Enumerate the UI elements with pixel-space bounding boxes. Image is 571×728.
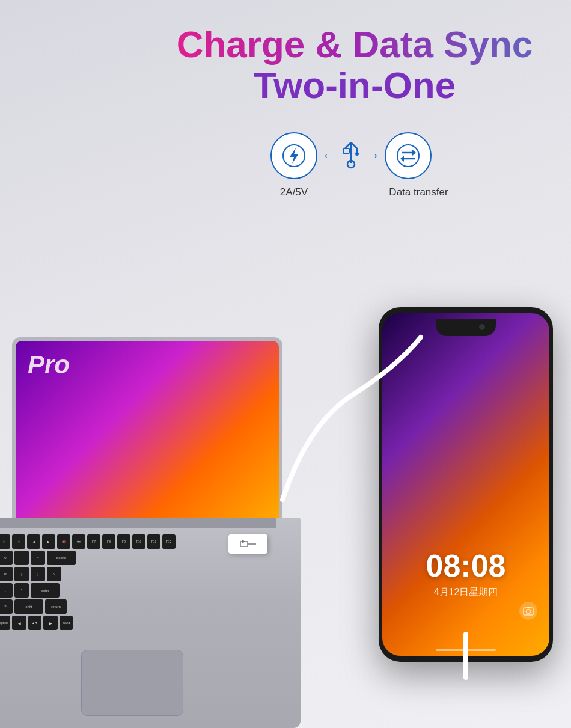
- key-rbracket: ]: [31, 567, 45, 581]
- title-area: Charge & Data Sync Two-in-One: [150, 24, 559, 106]
- svg-marker-13: [400, 156, 404, 162]
- key-semicolon: ;: [0, 583, 13, 598]
- usb-middle: [340, 140, 362, 171]
- key-f4: ▶: [42, 534, 55, 549]
- key-f10: F10: [132, 534, 145, 549]
- svg-line-3: [345, 142, 351, 148]
- svg-line-4: [351, 142, 357, 148]
- key-quote: ": [14, 583, 29, 598]
- key-mand: mand: [60, 616, 73, 630]
- svg-rect-6: [343, 148, 349, 153]
- key-f2: ☀: [12, 534, 25, 549]
- key-f8: F8: [102, 534, 115, 549]
- key-backslash: \: [47, 567, 61, 581]
- usb-symbol-icon: [340, 140, 362, 171]
- key-shift-r: shift: [14, 599, 43, 614]
- phone-body: 08:08 4月12日星期四: [379, 307, 553, 662]
- laptop-screen-back: Pro: [12, 337, 282, 524]
- key-arr-l: ◀: [12, 616, 26, 630]
- key-0: 0: [0, 551, 13, 565]
- laptop-brand: Pro: [28, 350, 70, 379]
- camera-icon: [523, 605, 534, 616]
- keyboard-row-home: L ; " enter: [0, 583, 282, 598]
- key-arr-r: ▶: [43, 616, 58, 630]
- phone-camera-dot: [479, 324, 485, 330]
- data-transfer-icon: [397, 144, 420, 167]
- key-delete: delete: [47, 551, 76, 565]
- key-f9: F9: [117, 534, 130, 549]
- phone-time: 08:08: [382, 548, 549, 584]
- svg-marker-11: [412, 150, 416, 156]
- adapter-body: [228, 534, 267, 554]
- key-question: ?: [0, 599, 13, 614]
- key-enter: enter: [31, 583, 60, 598]
- svg-point-16: [527, 610, 531, 614]
- key-return: return: [45, 599, 67, 614]
- laptop-screen-display: Pro: [16, 341, 279, 520]
- phone-camera-icon: [519, 602, 537, 620]
- title-line1: Charge & Data Sync: [150, 24, 559, 65]
- keyboard-row-top: O P [ ] \: [0, 567, 282, 581]
- data-transfer-icon-circle: [385, 132, 432, 179]
- phone-date: 4月12日星期四: [382, 586, 549, 599]
- key-equals: =: [31, 551, 45, 565]
- usb-adapter: [228, 534, 267, 554]
- svg-rect-17: [527, 607, 530, 608]
- phone-charging-cable: [463, 632, 468, 680]
- key-f11: F11: [147, 534, 160, 549]
- laptop-hinge: [0, 518, 276, 528]
- key-f3: ◀: [27, 534, 40, 549]
- key-minus: -: [14, 551, 29, 565]
- key-f5: 🔇: [57, 534, 70, 549]
- keyboard-row-mod: alt option ◀ ▲▼ ▶ mand: [0, 616, 282, 630]
- key-p: P: [0, 567, 13, 581]
- key-f1: ☀: [0, 534, 10, 549]
- key-f7: F7: [87, 534, 100, 549]
- data-transfer-label: Data transfer: [387, 186, 450, 198]
- key-f12: F12: [162, 534, 176, 549]
- key-lbracket: [: [14, 567, 29, 581]
- phone-notch: [436, 319, 496, 336]
- key-option: option: [0, 616, 10, 630]
- laptop-wrapper: Pro esc ☀ ☀ ◀ ▶ 🔇 📷 F7 F8 F9 F10: [0, 139, 337, 728]
- page-container: Charge & Data Sync Two-in-One ←: [0, 0, 571, 728]
- adapter-usb-icon: [239, 538, 257, 550]
- laptop-touchpad: [81, 650, 183, 716]
- svg-point-8: [355, 152, 359, 156]
- key-arr-ud: ▲▼: [28, 616, 41, 630]
- svg-point-9: [397, 145, 419, 167]
- arrow-right: →: [367, 148, 380, 164]
- phone-area: 08:08 4月12日星期四: [379, 307, 553, 680]
- title-line2: Two-in-One: [150, 65, 559, 106]
- key-f6: 📷: [72, 534, 85, 549]
- phone-screen: 08:08 4月12日星期四: [382, 313, 549, 656]
- keyboard-row-bottom: > ? shift return: [0, 599, 282, 614]
